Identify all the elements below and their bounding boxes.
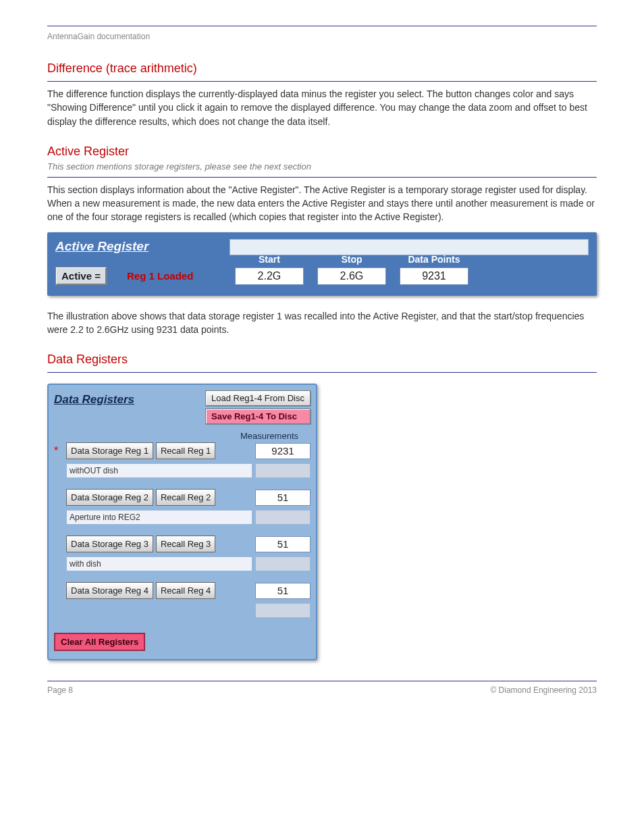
active-register-subnote: This section mentions storage registers,… [47,161,597,172]
register-block-1: * Data Storage Reg 1 Recall Reg 1 9231 [54,442,311,478]
active-register-body: This section displays information about … [47,183,597,224]
rule-3 [47,372,597,373]
save-registers-button[interactable]: Save Reg1-4 To Disc [205,409,311,424]
active-register-loaded-label: Reg 1 Loaded [127,270,221,282]
recall-reg3-button[interactable]: Recall Reg 3 [156,536,215,552]
recall-reg2-button[interactable]: Recall Reg 2 [156,489,215,506]
measurements-header: Measurements [54,431,311,441]
stop-value: 2.6G [317,267,386,285]
reg2-aux-box [255,510,311,525]
data-registers-panel: Data Registers Load Reg1-4 From Disc Sav… [47,384,317,660]
section-title-data-registers: Data Registers [47,353,597,367]
start-value: 2.2G [235,267,304,285]
register-block-2: Data Storage Reg 2 Recall Reg 2 51 [54,489,311,525]
reg4-measurements: 51 [255,583,311,599]
datapoints-label: Data Points [400,254,468,265]
active-register-panel-title: Active Register [55,239,149,254]
reg1-note-field[interactable] [66,463,252,478]
store-reg2-button[interactable]: Data Storage Reg 2 [66,489,153,506]
rule-1 [47,81,597,82]
reg2-note-field[interactable] [66,510,252,525]
stop-label: Stop [317,254,386,265]
reg1-measurements: 9231 [255,443,311,459]
load-registers-button[interactable]: Load Reg1-4 From Disc [205,390,311,406]
rule-2 [47,177,597,178]
store-reg1-button[interactable]: Data Storage Reg 1 [66,442,153,459]
header-doctitle: AntennaGain documentation [47,32,597,41]
reg4-aux-box [255,603,311,618]
store-reg4-button[interactable]: Data Storage Reg 4 [66,582,153,599]
reg3-aux-box [255,556,311,571]
register-block-3: Data Storage Reg 3 Recall Reg 3 51 [54,536,311,571]
section-title-difference: Difference (trace arithmetic) [47,61,597,76]
footer-copyright: © Diamond Engineering 2013 [490,685,597,695]
clear-all-registers-button[interactable]: Clear All Registers [54,633,145,651]
reg3-measurements: 51 [255,536,311,552]
reg1-aux-box [255,463,311,478]
star-icon: * [54,445,63,457]
top-rule [47,26,597,26]
reg2-measurements: 51 [255,490,311,506]
data-registers-panel-title: Data Registers [54,390,134,407]
active-register-body2: The illustration above shows that data s… [47,309,597,337]
footer-page: Page 8 [47,685,73,695]
reg3-note-field[interactable] [66,556,252,571]
active-register-panel: Active Register Active = Reg 1 Loaded St… [47,232,597,296]
active-equals-button[interactable]: Active = [55,267,107,285]
active-register-long-field[interactable] [230,239,589,255]
store-reg3-button[interactable]: Data Storage Reg 3 [66,536,153,552]
recall-reg4-button[interactable]: Recall Reg 4 [156,582,215,599]
page-footer: Page 8 © Diamond Engineering 2013 [47,681,597,695]
section-title-active-register: Active Register [47,145,597,159]
start-label: Start [235,254,304,265]
difference-body: The difference function displays the cur… [47,87,597,128]
register-block-4: Data Storage Reg 4 Recall Reg 4 51 [54,582,311,618]
recall-reg1-button[interactable]: Recall Reg 1 [156,442,215,459]
datapoints-value: 9231 [400,267,468,285]
